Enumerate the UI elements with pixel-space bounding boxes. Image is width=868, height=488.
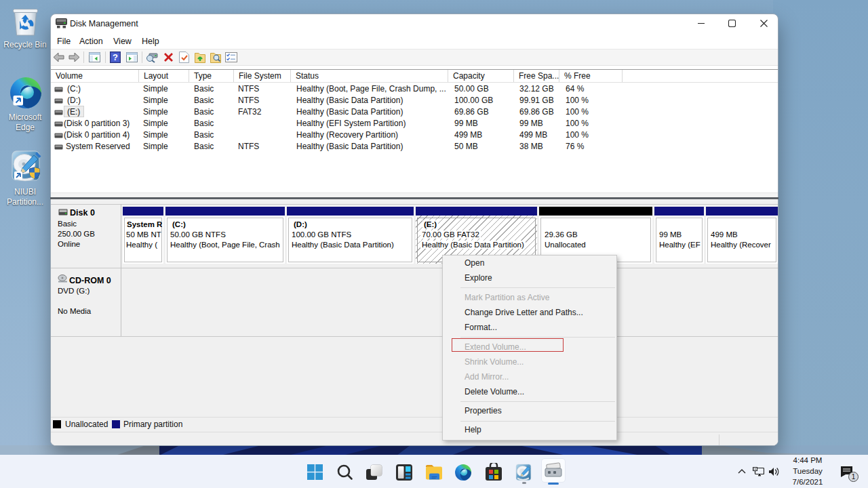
svg-text:?: ? [113,52,118,62]
